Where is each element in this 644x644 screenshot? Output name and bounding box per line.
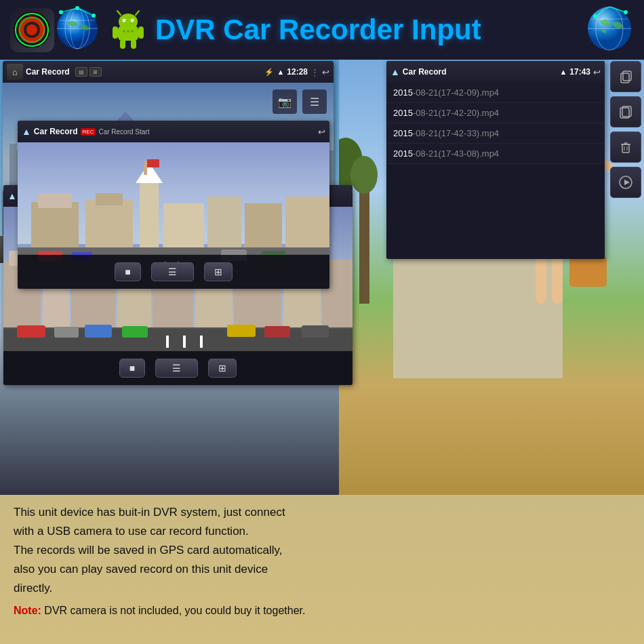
svg-rect-96 [140,183,159,251]
screenshot-middle: ▲ Car Record REC Car Record Start ↩ [18,121,329,289]
svg-rect-135 [166,336,169,348]
action-buttons [610,61,644,198]
rec-text-middle: Car Record Start [98,128,149,136]
wifi-icon-top: ▲ [277,68,284,76]
svg-rect-57 [113,26,118,39]
back-btn-files[interactable]: ↩ [593,67,601,77]
svg-rect-58 [138,26,144,39]
svg-point-49 [92,14,96,18]
screenshots-area: ⌂ Car Record ▤ ⊞ ⚡ ▲ 12:28 ⋮ ↩ [0,60,383,399]
file-item-0[interactable]: 2015-08-21(17-42-09).mp4 [386,83,605,103]
svg-rect-100 [85,200,133,251]
svg-rect-140 [85,325,112,338]
svg-rect-102 [163,203,204,251]
menu-icon[interactable]: ☰ [302,89,327,114]
bluetooth-icon-top: ⚡ [264,68,274,77]
screen-title-top: Car Record [26,67,70,77]
record-icon[interactable]: 📷 [273,89,297,114]
svg-rect-146 [623,71,631,81]
file-item-2[interactable]: 2015-08-21(17-42-33).mp4 [386,123,605,144]
page-title: DVR Car Recorder Input [155,14,585,46]
file-item-1[interactable]: 2015-08-21(17-42-20).mp4 [386,103,605,123]
right-panel: ▲ Car Record ▲ 17:43 ↩ 2015-08-21(17-42-… [386,60,644,405]
time-files: 17:43 [569,67,590,77]
grid-btn-middle[interactable]: ⊞ [204,262,233,281]
svg-rect-145 [621,73,629,83]
svg-point-38 [26,24,37,35]
globe-right-icon [585,4,634,56]
time-top: 12:28 [287,67,308,77]
stop-btn-bottom[interactable]: ■ [119,359,145,378]
file-list-container: ▲ Car Record ▲ 17:43 ↩ 2015-08-21(17-42-… [386,61,605,259]
note-label: Note: [14,605,41,616]
description-note: Note: DVR camera is not included, you co… [14,605,630,617]
svg-rect-103 [207,197,241,251]
description-section: This unit device has buit-in DVR system,… [0,495,644,644]
header: DVR Car Recorder Input [0,0,644,60]
home-btn-top[interactable]: ⌂ [7,64,23,80]
wifi-files: ▲ [559,68,567,76]
stop-btn-middle[interactable]: ■ [115,262,140,281]
svg-marker-155 [624,180,630,185]
svg-rect-107 [38,193,72,208]
svg-rect-149 [622,144,629,153]
screen-icon1: ▤ [75,67,87,77]
svg-point-71 [593,14,597,18]
file-item-3[interactable]: 2015-08-21(17-43-08).mp4 [386,144,605,164]
svg-rect-59 [120,39,125,49]
copy-btn[interactable] [610,61,641,92]
svg-rect-99 [147,159,159,167]
menu-dots-top[interactable]: ⋮ [310,67,319,77]
bottom-screen-controls: ■ ☰ ⊞ [3,351,353,385]
svg-rect-136 [183,336,186,348]
back-btn-top[interactable]: ↩ [322,67,329,77]
svg-rect-105 [285,197,329,251]
svg-rect-101 [96,193,123,205]
screen-icon2: ⊞ [89,67,102,77]
arrow-up-bottom[interactable]: ▲ [7,190,17,201]
note-text: DVR camera is not included, you could bu… [41,605,306,616]
svg-line-56 [136,11,139,15]
svg-rect-141 [122,326,148,338]
description-main: This unit device has buit-in DVR system,… [14,503,630,598]
svg-rect-144 [302,325,329,338]
duplicate-btn[interactable] [610,96,641,127]
svg-point-48 [59,10,63,14]
svg-point-70 [624,10,628,14]
svg-point-63 [131,30,134,33]
rec-badge-middle: REC [81,128,96,136]
arrow-up-middle[interactable]: ▲ [22,126,31,137]
list-btn-middle[interactable]: ☰ [151,262,194,281]
delete-btn[interactable] [610,132,641,163]
file-list-title: Car Record [403,67,447,77]
svg-rect-138 [17,325,45,338]
svg-rect-137 [200,336,203,348]
svg-rect-143 [264,326,290,338]
svg-point-50 [75,6,79,10]
android-icon [106,7,150,54]
app-logo [10,8,54,52]
svg-rect-139 [54,327,79,338]
svg-point-53 [123,18,126,22]
svg-rect-106 [31,202,79,251]
svg-point-61 [123,30,125,33]
list-btn-bottom[interactable]: ☰ [155,359,198,378]
svg-rect-142 [227,325,256,337]
svg-line-55 [117,11,121,15]
svg-rect-60 [131,39,136,49]
svg-rect-104 [245,203,282,251]
play-btn[interactable] [610,167,641,198]
screen-title-middle: Car Record [34,127,78,136]
file-list-empty [386,164,605,259]
svg-rect-98 [144,161,147,175]
globe-left-icon [54,5,100,54]
grid-btn-bottom[interactable]: ⊞ [208,359,237,378]
svg-point-54 [131,18,134,22]
arrow-up-files[interactable]: ▲ [390,66,400,77]
middle-screen-controls: ■ ☰ ⊞ [18,255,329,289]
svg-point-62 [127,30,129,33]
back-btn-middle[interactable]: ↩ [318,127,325,137]
svg-point-52 [119,14,138,30]
